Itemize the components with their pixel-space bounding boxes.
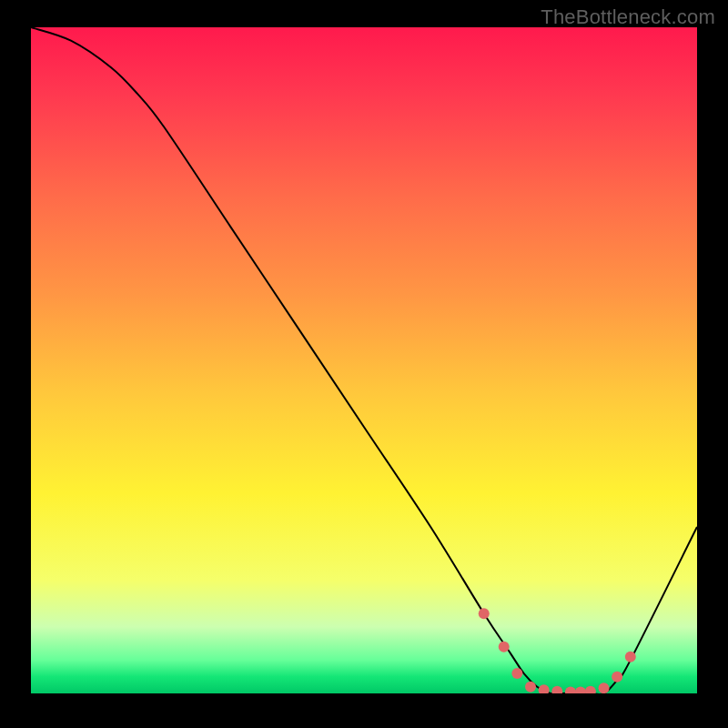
marker-dot (499, 642, 510, 652)
watermark-text: TheBottleneck.com (541, 5, 715, 29)
marker-dot (612, 672, 622, 682)
marker-dot (511, 668, 522, 679)
marker-dot (625, 652, 636, 662)
marker-dot (525, 682, 536, 693)
chart-plot (31, 27, 697, 693)
chart-background (31, 27, 697, 693)
marker-dot (599, 682, 610, 693)
marker-dot (479, 608, 490, 619)
chart-svg (31, 27, 697, 693)
